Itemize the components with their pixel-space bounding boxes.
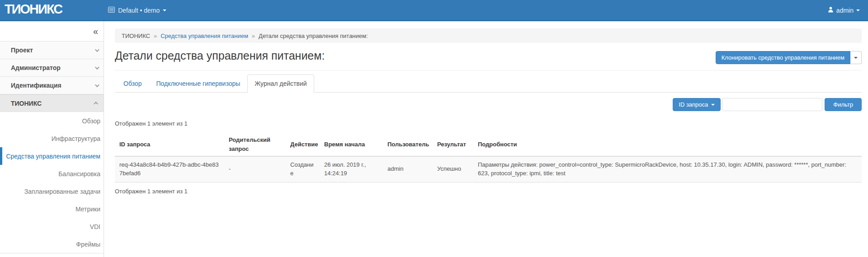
cell-result: Успешно bbox=[433, 156, 473, 182]
tab-connected-hypervisors[interactable]: Подключенные гипервизоры bbox=[149, 75, 247, 93]
sidebar-item-infrastructure[interactable]: Инфраструктура bbox=[0, 130, 104, 147]
clone-dropdown-toggle-button[interactable] bbox=[850, 51, 862, 64]
tab-bar: Обзор Подключенные гипервизоры Журнал де… bbox=[115, 75, 862, 93]
project-selector-label: Default • demo bbox=[118, 7, 160, 14]
user-icon bbox=[828, 6, 834, 14]
sidebar-item-frames[interactable]: Фреймы bbox=[0, 235, 104, 253]
sidebar-item-overview[interactable]: Обзор bbox=[0, 112, 104, 130]
table-count-caption-bottom: Отображен 1 элемент из 1 bbox=[115, 188, 862, 195]
column-header-start-time: Время начала bbox=[320, 133, 383, 156]
sidebar-section-label: ТИОНИКС bbox=[11, 100, 42, 107]
page-header: Детали средства управления питанием: Кло… bbox=[115, 49, 862, 70]
column-header-result: Результат bbox=[433, 133, 473, 156]
filter-toolbar: ID запроса Фильтр bbox=[115, 98, 862, 111]
filter-field-dropdown[interactable]: ID запроса bbox=[673, 98, 721, 111]
breadcrumb-separator: » bbox=[252, 33, 255, 39]
column-header-user: Пользователь bbox=[383, 133, 433, 156]
tab-action-log[interactable]: Журнал действий bbox=[247, 75, 314, 93]
column-header-details: Подробности bbox=[473, 133, 862, 156]
table-count-caption: Отображен 1 элемент из 1 bbox=[115, 120, 862, 127]
chevron-up-icon bbox=[94, 102, 98, 106]
cell-action: Создание bbox=[286, 156, 320, 182]
column-header-parent-request: Родительский запрос bbox=[224, 133, 286, 156]
caret-down-icon bbox=[854, 57, 858, 59]
sidebar-header: « bbox=[0, 21, 104, 42]
sidebar-section-label: Проект bbox=[11, 47, 33, 54]
sidebar-section-project[interactable]: Проект bbox=[0, 42, 104, 59]
grid-icon bbox=[108, 7, 115, 14]
action-log-table: ID запроса Родительский запрос Действие … bbox=[115, 133, 862, 182]
user-menu[interactable]: admin bbox=[828, 6, 860, 14]
sidebar: « Проект Администратор Идентификация ТИО… bbox=[0, 21, 104, 257]
sidebar-item-scheduled-tasks[interactable]: Запланированные задачи bbox=[0, 182, 104, 200]
cell-start-time: 26 июл. 2019 г., 14:24:19 bbox=[320, 156, 383, 182]
sidebar-section-identity[interactable]: Идентификация bbox=[0, 77, 104, 94]
sidebar-collapse-icon[interactable]: « bbox=[93, 27, 98, 36]
sidebar-section-label: Идентификация bbox=[11, 82, 61, 89]
sidebar-submenu: Обзор Инфраструктура Средства управления… bbox=[0, 112, 104, 253]
sidebar-item-vdi[interactable]: VDI bbox=[0, 218, 104, 235]
page-title: Детали средства управления питанием: bbox=[115, 49, 325, 62]
sidebar-section-admin[interactable]: Администратор bbox=[0, 59, 104, 77]
breadcrumb-item-tionix: ТИОНИКС bbox=[122, 33, 150, 39]
chevron-down-icon bbox=[95, 65, 99, 70]
tionix-logo: ТИОНИКС bbox=[0, 2, 68, 19]
breadcrumb-separator: » bbox=[154, 33, 157, 39]
caret-down-icon bbox=[856, 9, 860, 11]
cell-details: Параметры действия: power_control=contro… bbox=[473, 156, 862, 182]
top-navbar: ТИОНИКС Default • demo admin bbox=[0, 0, 868, 21]
filter-submit-button[interactable]: Фильтр bbox=[825, 98, 862, 111]
chevron-down-icon bbox=[95, 47, 99, 52]
page-actions: Клонировать средство управления питанием bbox=[716, 51, 862, 64]
filter-field-label: ID запроса bbox=[679, 101, 708, 108]
table-header-row: ID запроса Родительский запрос Действие … bbox=[115, 133, 862, 156]
sidebar-item-metrics[interactable]: Метрики bbox=[0, 200, 104, 218]
column-header-request-id: ID запроса bbox=[115, 133, 224, 156]
filter-input[interactable] bbox=[722, 98, 822, 111]
cell-user: admin bbox=[383, 156, 433, 182]
main-content: ТИОНИКС » Средства управления питанием »… bbox=[104, 21, 868, 257]
breadcrumb-item-details: Детали средства управления питанием: bbox=[259, 33, 368, 39]
clone-power-tool-button[interactable]: Клонировать средство управления питанием bbox=[716, 51, 850, 64]
caret-down-icon bbox=[163, 9, 166, 11]
sidebar-section-label: Администратор bbox=[11, 64, 61, 71]
caret-down-icon bbox=[711, 104, 715, 106]
sidebar-section-tionix[interactable]: ТИОНИКС bbox=[0, 94, 104, 112]
breadcrumb-link-power-management[interactable]: Средства управления питанием bbox=[160, 33, 248, 39]
table-row: req-434a8c84-b4b9-427b-adbc-4be837befad6… bbox=[115, 156, 862, 182]
cell-request-id: req-434a8c84-b4b9-427b-adbc-4be837befad6 bbox=[115, 156, 224, 182]
user-menu-label: admin bbox=[836, 7, 854, 14]
column-header-action: Действие bbox=[286, 133, 320, 156]
sidebar-item-power-management[interactable]: Средства управления питанием bbox=[0, 147, 104, 165]
breadcrumb: ТИОНИКС » Средства управления питанием »… bbox=[115, 28, 862, 43]
tab-overview[interactable]: Обзор bbox=[116, 75, 149, 93]
project-selector[interactable]: Default • demo bbox=[108, 7, 166, 14]
chevron-down-icon bbox=[95, 83, 99, 87]
sidebar-item-balancing[interactable]: Балансировка bbox=[0, 165, 104, 182]
cell-parent-request: - bbox=[224, 156, 286, 182]
